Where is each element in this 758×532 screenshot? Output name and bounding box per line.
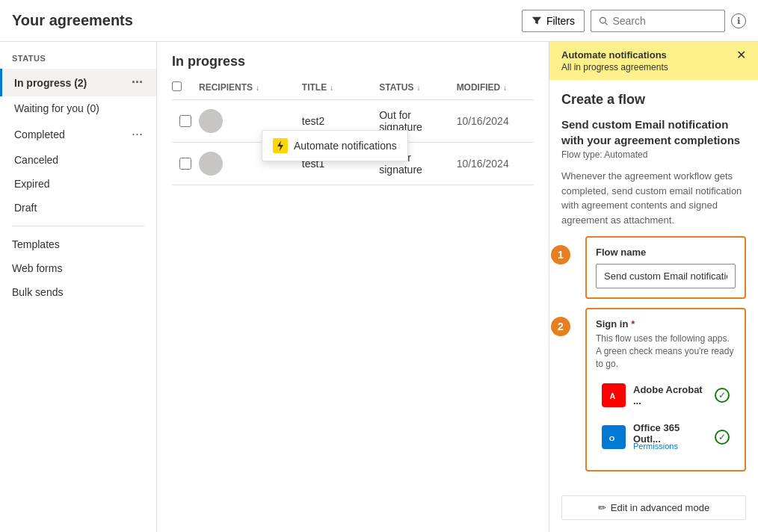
header-actions: Filters ℹ [522,10,746,32]
search-box [591,10,725,32]
step1-badge: 1 [551,245,570,265]
panel-tab-subtitle: All in progress agreements [561,62,668,72]
create-flow-label: Create a flow [561,92,746,108]
outlook-info: Office 365 Outl... Permissions [633,422,707,452]
required-marker: * [631,318,635,330]
page-title: Your agreements [12,12,522,29]
acrobat-logo: A [607,389,620,402]
sidebar-item-label: Waiting for you (0) [14,102,144,114]
panel-tab-content: Automate notifications All in progress a… [561,49,668,72]
sidebar-item-dots[interactable]: ··· [130,75,144,90]
outlook-logo: O [607,430,620,444]
acrobat-check-icon: ✓ [715,388,730,403]
filter-button[interactable]: Filters [522,10,585,32]
svg-text:O: O [609,434,615,442]
outlook-icon: O [602,425,626,449]
search-icon [599,16,608,26]
sort-recipients-icon: ↓ [256,84,259,92]
avatar [199,152,223,176]
flow-name-label: Flow name [596,247,736,258]
agreement-modified: 10/16/2024 [457,158,534,170]
signin-description: This flow uses the following apps. A gre… [596,332,736,370]
sidebar-item-in-progress[interactable]: In progress (2) ··· [0,69,156,96]
step2-section: 2 Sign in * This flow uses the following… [573,308,746,471]
automate-tooltip-label: Automate notifications [294,140,397,152]
app-row-acrobat[interactable]: A Adobe Acrobat ... ✓ [596,377,736,413]
automate-icon [273,138,288,153]
step2-badge: 2 [551,317,570,336]
edit-advanced-label: Edit in advanced mode [611,502,709,513]
row-checkbox[interactable] [179,115,191,127]
row-checkbox[interactable] [179,158,191,170]
svg-point-0 [600,17,606,23]
step1-section: 1 Flow name [573,236,746,299]
flow-name-field-section: Flow name [585,236,746,299]
flow-description: Whenever the agreement workflow gets com… [561,169,746,227]
sidebar-item-label: Expired [14,178,144,190]
sort-status-icon: ↓ [416,84,420,92]
panel-tab-title: Automate notifications [561,49,668,61]
sidebar-item-web-forms[interactable]: Web forms [0,256,156,280]
flow-title: Send custom Email notification with your… [561,117,746,148]
avatar [199,109,223,133]
sidebar-section-label: STATUS [0,54,156,69]
svg-line-1 [606,22,608,25]
outlook-check-icon: ✓ [715,430,730,445]
acrobat-icon: A [602,383,626,407]
edit-advanced-button[interactable]: ✏ Edit in advanced mode [561,495,746,520]
sidebar-item-bulk-sends[interactable]: Bulk sends [0,280,156,304]
automate-tooltip[interactable]: Automate notifications [262,130,408,161]
signin-section: Sign in * This flow uses the following a… [585,308,746,471]
select-all-checkbox[interactable] [172,81,182,91]
sidebar-item-label: Draft [14,202,144,214]
filter-icon [531,16,542,26]
content-section-title: In progress [157,42,549,75]
info-icon[interactable]: ℹ [731,13,746,28]
table-header: RECIPIENTS ↓ TITLE ↓ STATUS ↓ MODIFIED ↓ [172,75,534,100]
sidebar-nav-label: Templates [12,238,60,250]
app-row-outlook[interactable]: O Office 365 Outl... Permissions ✓ [596,416,736,458]
sidebar-item-completed[interactable]: Completed ··· [0,120,156,148]
flow-name-input[interactable] [596,264,736,288]
agreements-table: RECIPIENTS ↓ TITLE ↓ STATUS ↓ MODIFIED ↓ [157,75,549,185]
panel-body: Create a flow Send custom Email notifica… [549,80,758,489]
sort-modified-icon: ↓ [503,84,507,92]
svg-marker-2 [277,140,283,151]
sort-title-icon: ↓ [330,84,333,92]
sidebar-item-label: In progress (2) [14,77,130,89]
acrobat-app-name: Adobe Acrobat ... [633,384,707,406]
content-area: In progress RECIPIENTS ↓ TITLE ↓ STATUS … [157,42,549,532]
svg-text:A: A [610,392,616,400]
edit-pencil-icon: ✏ [598,502,606,513]
permissions-link[interactable]: Permissions [633,442,707,451]
sidebar-divider [12,226,144,226]
right-panel: Automate notifications All in progress a… [549,42,758,532]
lightning-icon [274,140,286,152]
flow-type: Flow type: Automated [561,149,746,160]
main-layout: STATUS In progress (2) ··· Waiting for y… [0,42,758,532]
sidebar: STATUS In progress (2) ··· Waiting for y… [0,42,157,532]
sidebar-item-canceled[interactable]: Canceled [0,148,156,172]
sidebar-item-draft[interactable]: Draft [0,196,156,220]
sidebar-item-dots[interactable]: ··· [130,126,144,142]
col-header-recipients[interactable]: RECIPIENTS ↓ [199,82,302,93]
app-header: Your agreements Filters ℹ [0,0,758,42]
sidebar-item-expired[interactable]: Expired [0,172,156,196]
sidebar-item-templates[interactable]: Templates [0,232,156,256]
sidebar-nav-label: Web forms [12,262,62,274]
col-header-modified[interactable]: MODIFIED ↓ [457,82,534,93]
flow-info: Send custom Email notification with your… [561,117,746,160]
panel-tab: Automate notifications All in progress a… [549,42,758,80]
agreement-title: test2 [302,115,379,127]
col-header-title[interactable]: TITLE ↓ [302,82,379,93]
sidebar-nav-label: Bulk sends [12,286,63,298]
table-row: test2 Out for signature 10/16/2024 Autom… [172,100,534,143]
agreement-modified: 10/16/2024 [457,115,534,127]
search-input[interactable] [612,15,717,27]
filter-label: Filters [546,15,575,27]
sidebar-item-waiting[interactable]: Waiting for you (0) [0,96,156,120]
panel-close-button[interactable]: ✕ [736,49,746,61]
sidebar-item-label: Completed [14,129,130,140]
col-header-status[interactable]: STATUS ↓ [379,82,456,93]
signin-label: Sign in * [596,318,736,330]
